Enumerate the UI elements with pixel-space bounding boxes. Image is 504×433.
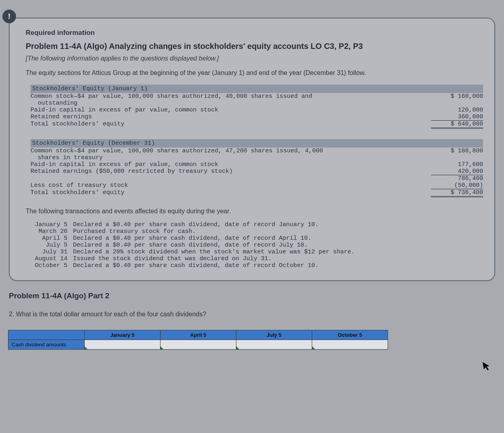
equity-dec31-label: Retained earnings ($50,000 restricted by… xyxy=(30,168,431,175)
problem-title: Problem 11-4A (Algo) Analyzing changes i… xyxy=(26,42,483,51)
equity-dec31-label: Paid-in capital in excess of par value, … xyxy=(30,161,431,168)
answer-cell-jan5[interactable] xyxy=(85,340,161,350)
problem-intro: The equity sections for Atticus Group at… xyxy=(26,69,483,77)
answer-col-oct5: October 5 xyxy=(312,330,388,340)
transaction-row: August 14 Issued the stock dividend that… xyxy=(26,255,483,262)
transaction-date: July 5 xyxy=(26,242,73,249)
alert-badge: ! xyxy=(2,10,16,23)
equity-dec31-label: Common stock—$4 par value, 100,000 share… xyxy=(30,148,431,161)
equity-jan1-label: Paid-in capital in excess of par value, … xyxy=(30,107,431,113)
transaction-desc: Issued the stock dividend that was decla… xyxy=(73,255,483,262)
transactions-list: January 5 Declared a $0.40 per share cas… xyxy=(26,221,483,269)
transaction-desc: Declared a $0.40 per share cash dividend… xyxy=(73,235,483,242)
equity-dec31-row: Total stockholders' equity $ 736,400 xyxy=(30,189,483,197)
equity-jan1-row: Retained earnings 360,000 xyxy=(30,113,483,121)
equity-dec31-title: Stockholders' Equity (December 31) xyxy=(30,139,483,148)
equity-jan1-label: Retained earnings xyxy=(30,113,431,120)
equity-dec31-label: Less cost of treasury stock xyxy=(30,182,431,189)
transaction-desc: Declared a $0.40 per share cash dividend… xyxy=(73,262,483,269)
question-2: 2. What is the total dollar amount for e… xyxy=(9,311,504,318)
transaction-date: July 31 xyxy=(26,249,73,255)
answer-table-header-row: January 5 April 5 July 5 October 5 xyxy=(8,330,388,340)
equity-dec31-row: Common stock—$4 par value, 100,000 share… xyxy=(30,148,483,161)
transaction-row: July 31 Declared a 20% stock dividend wh… xyxy=(26,249,483,255)
equity-jan1-value: $ 160,000 xyxy=(431,93,483,100)
transaction-date: April 5 xyxy=(26,235,73,242)
transaction-row: July 5 Declared a $0.40 per share cash d… xyxy=(26,242,483,249)
required-info-panel: Required information Problem 11-4A (Algo… xyxy=(9,18,495,281)
transaction-row: April 5 Declared a $0.40 per share cash … xyxy=(26,235,483,242)
answer-input-jul5[interactable] xyxy=(240,341,309,348)
answer-col-jan5: January 5 xyxy=(85,330,161,340)
transaction-row: October 5 Declared a $0.40 per share cas… xyxy=(26,262,483,269)
transaction-desc: Declared a $0.40 per share cash dividend… xyxy=(73,221,483,228)
equity-jan1-row: Total stockholders' equity $ 640,000 xyxy=(30,121,483,129)
equity-dec31-value: 177,600 xyxy=(431,161,483,168)
answer-table: January 5 April 5 July 5 October 5 Cash … xyxy=(8,330,388,350)
equity-jan1-row: Common stock—$4 par value, 100,000 share… xyxy=(30,93,483,107)
transaction-row: January 5 Declared a $0.40 per share cas… xyxy=(26,221,483,228)
equity-dec31-value: 420,000 xyxy=(431,168,483,175)
transaction-date: January 5 xyxy=(26,221,73,228)
equity-jan1-block: Stockholders' Equity (January 1) Common … xyxy=(30,85,483,129)
equity-dec31-block: Stockholders' Equity (December 31) Commo… xyxy=(30,139,483,197)
answer-input-apr5[interactable] xyxy=(164,341,233,348)
answer-cell-oct5[interactable] xyxy=(312,340,388,350)
answer-cell-jul5[interactable] xyxy=(236,340,312,350)
transaction-date: March 20 xyxy=(26,228,73,235)
required-info-heading: Required information xyxy=(26,29,483,37)
transaction-desc: Declared a 20% stock dividend when the s… xyxy=(73,249,483,255)
cell-edit-icon xyxy=(85,346,87,349)
transaction-desc: Purchased treasury stock for cash. xyxy=(73,228,483,235)
equity-jan1-value: 120,000 xyxy=(431,107,483,113)
transaction-row: March 20 Purchased treasury stock for ca… xyxy=(26,228,483,235)
equity-dec31-value: (50,000) xyxy=(431,182,483,189)
answer-cell-apr5[interactable] xyxy=(161,340,236,350)
equity-jan1-title: Stockholders' Equity (January 1) xyxy=(30,85,483,93)
exclamation-icon: ! xyxy=(8,12,10,21)
part2-heading: Problem 11-4A (Algo) Part 2 xyxy=(9,291,504,300)
cell-edit-icon xyxy=(161,346,163,349)
cell-edit-icon xyxy=(236,346,239,349)
equity-dec31-row: 786,400 xyxy=(30,175,483,182)
transaction-date: October 5 xyxy=(26,262,73,269)
answer-input-oct5[interactable] xyxy=(315,341,384,348)
equity-dec31-row: Less cost of treasury stock (50,000) xyxy=(30,182,483,189)
transactions-intro: The following transactions and events af… xyxy=(26,208,483,215)
equity-dec31-row: Paid-in capital in excess of par value, … xyxy=(30,161,483,168)
answer-table-corner xyxy=(8,330,85,340)
equity-dec31-value: $ 736,400 xyxy=(431,189,483,197)
mouse-cursor-icon xyxy=(482,360,492,374)
cell-edit-icon xyxy=(312,346,315,349)
equity-jan1-value: $ 640,000 xyxy=(431,121,483,129)
equity-dec31-value: 786,400 xyxy=(431,175,483,182)
equity-jan1-row: Paid-in capital in excess of par value, … xyxy=(30,107,483,113)
answer-input-jan5[interactable] xyxy=(88,341,157,348)
answer-col-apr5: April 5 xyxy=(161,330,236,340)
equity-dec31-label: Total stockholders' equity xyxy=(30,189,431,196)
equity-dec31-value: $ 188,800 xyxy=(431,148,483,154)
transaction-date: August 14 xyxy=(26,255,73,262)
equity-jan1-value: 360,000 xyxy=(431,113,483,121)
equity-dec31-row: Retained earnings ($50,000 restricted by… xyxy=(30,168,483,175)
answer-col-jul5: July 5 xyxy=(236,330,312,340)
answer-table-data-row: Cash dividend amounts xyxy=(8,340,388,350)
equity-jan1-label: Total stockholders' equity xyxy=(30,121,431,127)
equity-jan1-label: Common stock—$4 par value, 100,000 share… xyxy=(30,93,431,107)
problem-note: [The following information applies to th… xyxy=(26,55,483,62)
transaction-desc: Declared a $0.40 per share cash dividend… xyxy=(73,242,483,249)
answer-row-label: Cash dividend amounts xyxy=(8,340,85,350)
